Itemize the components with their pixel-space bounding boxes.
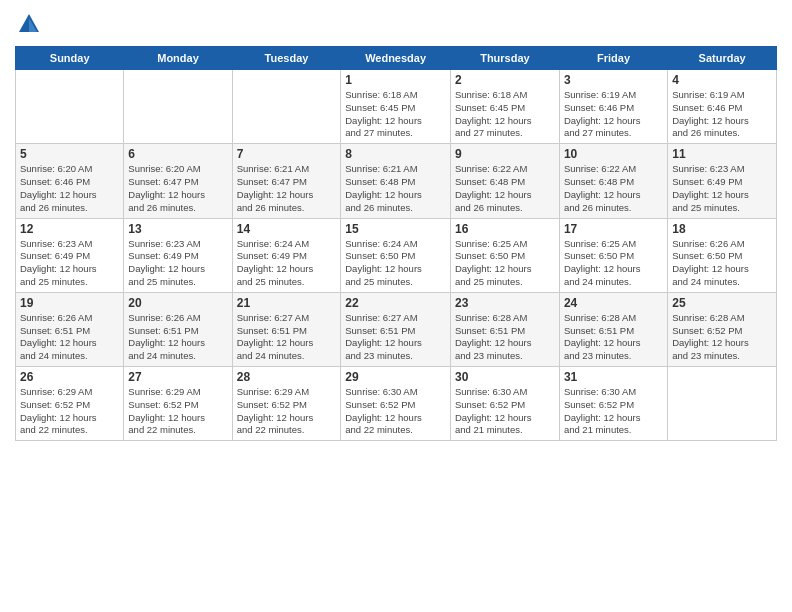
day-number: 9 <box>455 147 555 161</box>
day-info: Sunrise: 6:18 AM Sunset: 6:45 PM Dayligh… <box>455 89 555 140</box>
day-number: 25 <box>672 296 772 310</box>
day-number: 3 <box>564 73 663 87</box>
calendar-cell: 10Sunrise: 6:22 AM Sunset: 6:48 PM Dayli… <box>559 144 667 218</box>
day-number: 29 <box>345 370 446 384</box>
day-number: 17 <box>564 222 663 236</box>
day-info: Sunrise: 6:23 AM Sunset: 6:49 PM Dayligh… <box>20 238 119 289</box>
day-info: Sunrise: 6:28 AM Sunset: 6:52 PM Dayligh… <box>672 312 772 363</box>
day-number: 30 <box>455 370 555 384</box>
day-number: 7 <box>237 147 337 161</box>
calendar-cell: 31Sunrise: 6:30 AM Sunset: 6:52 PM Dayli… <box>559 367 667 441</box>
day-number: 22 <box>345 296 446 310</box>
calendar-cell: 16Sunrise: 6:25 AM Sunset: 6:50 PM Dayli… <box>450 218 559 292</box>
calendar-week-row: 5Sunrise: 6:20 AM Sunset: 6:46 PM Daylig… <box>16 144 777 218</box>
calendar-cell: 25Sunrise: 6:28 AM Sunset: 6:52 PM Dayli… <box>668 292 777 366</box>
day-info: Sunrise: 6:21 AM Sunset: 6:47 PM Dayligh… <box>237 163 337 214</box>
day-info: Sunrise: 6:26 AM Sunset: 6:50 PM Dayligh… <box>672 238 772 289</box>
calendar-cell: 29Sunrise: 6:30 AM Sunset: 6:52 PM Dayli… <box>341 367 451 441</box>
weekday-header: Tuesday <box>232 47 341 70</box>
day-number: 14 <box>237 222 337 236</box>
calendar-cell: 13Sunrise: 6:23 AM Sunset: 6:49 PM Dayli… <box>124 218 232 292</box>
calendar-cell: 27Sunrise: 6:29 AM Sunset: 6:52 PM Dayli… <box>124 367 232 441</box>
weekday-header: Saturday <box>668 47 777 70</box>
day-number: 10 <box>564 147 663 161</box>
calendar-cell: 1Sunrise: 6:18 AM Sunset: 6:45 PM Daylig… <box>341 70 451 144</box>
calendar-cell: 17Sunrise: 6:25 AM Sunset: 6:50 PM Dayli… <box>559 218 667 292</box>
day-info: Sunrise: 6:26 AM Sunset: 6:51 PM Dayligh… <box>20 312 119 363</box>
day-info: Sunrise: 6:22 AM Sunset: 6:48 PM Dayligh… <box>455 163 555 214</box>
day-info: Sunrise: 6:23 AM Sunset: 6:49 PM Dayligh… <box>128 238 227 289</box>
day-info: Sunrise: 6:27 AM Sunset: 6:51 PM Dayligh… <box>237 312 337 363</box>
day-number: 23 <box>455 296 555 310</box>
day-info: Sunrise: 6:25 AM Sunset: 6:50 PM Dayligh… <box>455 238 555 289</box>
day-info: Sunrise: 6:27 AM Sunset: 6:51 PM Dayligh… <box>345 312 446 363</box>
calendar-week-row: 12Sunrise: 6:23 AM Sunset: 6:49 PM Dayli… <box>16 218 777 292</box>
day-number: 26 <box>20 370 119 384</box>
calendar-cell: 28Sunrise: 6:29 AM Sunset: 6:52 PM Dayli… <box>232 367 341 441</box>
calendar-week-row: 26Sunrise: 6:29 AM Sunset: 6:52 PM Dayli… <box>16 367 777 441</box>
day-info: Sunrise: 6:30 AM Sunset: 6:52 PM Dayligh… <box>564 386 663 437</box>
day-info: Sunrise: 6:25 AM Sunset: 6:50 PM Dayligh… <box>564 238 663 289</box>
calendar-cell: 30Sunrise: 6:30 AM Sunset: 6:52 PM Dayli… <box>450 367 559 441</box>
logo <box>15 10 47 38</box>
day-number: 1 <box>345 73 446 87</box>
calendar-week-row: 1Sunrise: 6:18 AM Sunset: 6:45 PM Daylig… <box>16 70 777 144</box>
weekday-header: Wednesday <box>341 47 451 70</box>
calendar-cell <box>668 367 777 441</box>
day-number: 19 <box>20 296 119 310</box>
header <box>15 10 777 38</box>
day-info: Sunrise: 6:28 AM Sunset: 6:51 PM Dayligh… <box>564 312 663 363</box>
day-info: Sunrise: 6:21 AM Sunset: 6:48 PM Dayligh… <box>345 163 446 214</box>
day-info: Sunrise: 6:19 AM Sunset: 6:46 PM Dayligh… <box>672 89 772 140</box>
calendar-cell: 26Sunrise: 6:29 AM Sunset: 6:52 PM Dayli… <box>16 367 124 441</box>
calendar-cell: 8Sunrise: 6:21 AM Sunset: 6:48 PM Daylig… <box>341 144 451 218</box>
calendar-cell <box>16 70 124 144</box>
day-number: 15 <box>345 222 446 236</box>
day-info: Sunrise: 6:26 AM Sunset: 6:51 PM Dayligh… <box>128 312 227 363</box>
calendar-cell <box>232 70 341 144</box>
weekday-header-row: SundayMondayTuesdayWednesdayThursdayFrid… <box>16 47 777 70</box>
calendar-cell: 3Sunrise: 6:19 AM Sunset: 6:46 PM Daylig… <box>559 70 667 144</box>
day-number: 2 <box>455 73 555 87</box>
calendar-table: SundayMondayTuesdayWednesdayThursdayFrid… <box>15 46 777 441</box>
calendar-cell: 9Sunrise: 6:22 AM Sunset: 6:48 PM Daylig… <box>450 144 559 218</box>
day-info: Sunrise: 6:20 AM Sunset: 6:46 PM Dayligh… <box>20 163 119 214</box>
day-number: 28 <box>237 370 337 384</box>
day-info: Sunrise: 6:30 AM Sunset: 6:52 PM Dayligh… <box>455 386 555 437</box>
calendar-cell: 21Sunrise: 6:27 AM Sunset: 6:51 PM Dayli… <box>232 292 341 366</box>
weekday-header: Thursday <box>450 47 559 70</box>
calendar-cell: 20Sunrise: 6:26 AM Sunset: 6:51 PM Dayli… <box>124 292 232 366</box>
calendar-cell: 5Sunrise: 6:20 AM Sunset: 6:46 PM Daylig… <box>16 144 124 218</box>
weekday-header: Sunday <box>16 47 124 70</box>
calendar-cell: 15Sunrise: 6:24 AM Sunset: 6:50 PM Dayli… <box>341 218 451 292</box>
day-number: 20 <box>128 296 227 310</box>
day-info: Sunrise: 6:20 AM Sunset: 6:47 PM Dayligh… <box>128 163 227 214</box>
day-number: 27 <box>128 370 227 384</box>
day-number: 13 <box>128 222 227 236</box>
calendar-cell: 11Sunrise: 6:23 AM Sunset: 6:49 PM Dayli… <box>668 144 777 218</box>
day-number: 31 <box>564 370 663 384</box>
weekday-header: Monday <box>124 47 232 70</box>
day-info: Sunrise: 6:24 AM Sunset: 6:49 PM Dayligh… <box>237 238 337 289</box>
day-info: Sunrise: 6:24 AM Sunset: 6:50 PM Dayligh… <box>345 238 446 289</box>
calendar-cell: 19Sunrise: 6:26 AM Sunset: 6:51 PM Dayli… <box>16 292 124 366</box>
day-number: 24 <box>564 296 663 310</box>
day-info: Sunrise: 6:28 AM Sunset: 6:51 PM Dayligh… <box>455 312 555 363</box>
day-number: 4 <box>672 73 772 87</box>
day-number: 12 <box>20 222 119 236</box>
day-number: 16 <box>455 222 555 236</box>
day-number: 21 <box>237 296 337 310</box>
calendar-cell: 7Sunrise: 6:21 AM Sunset: 6:47 PM Daylig… <box>232 144 341 218</box>
day-info: Sunrise: 6:29 AM Sunset: 6:52 PM Dayligh… <box>237 386 337 437</box>
calendar-cell: 18Sunrise: 6:26 AM Sunset: 6:50 PM Dayli… <box>668 218 777 292</box>
calendar-cell: 12Sunrise: 6:23 AM Sunset: 6:49 PM Dayli… <box>16 218 124 292</box>
day-info: Sunrise: 6:18 AM Sunset: 6:45 PM Dayligh… <box>345 89 446 140</box>
calendar-cell: 22Sunrise: 6:27 AM Sunset: 6:51 PM Dayli… <box>341 292 451 366</box>
logo-icon <box>15 10 43 38</box>
day-info: Sunrise: 6:29 AM Sunset: 6:52 PM Dayligh… <box>20 386 119 437</box>
day-number: 5 <box>20 147 119 161</box>
day-info: Sunrise: 6:19 AM Sunset: 6:46 PM Dayligh… <box>564 89 663 140</box>
calendar-cell: 24Sunrise: 6:28 AM Sunset: 6:51 PM Dayli… <box>559 292 667 366</box>
calendar-cell: 23Sunrise: 6:28 AM Sunset: 6:51 PM Dayli… <box>450 292 559 366</box>
weekday-header: Friday <box>559 47 667 70</box>
